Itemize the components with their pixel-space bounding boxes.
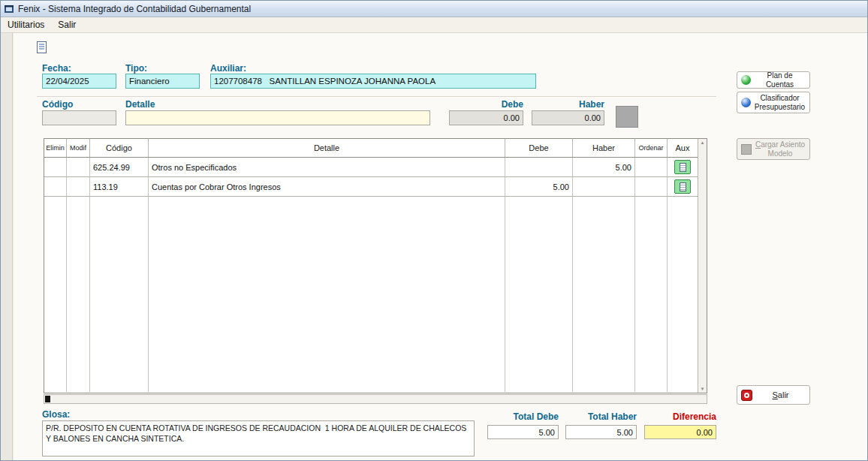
table-row[interactable] — [44, 255, 698, 275]
document-icon — [680, 182, 686, 191]
total-haber-label: Total Haber — [565, 411, 637, 422]
menu-salir[interactable]: Salir — [51, 17, 83, 32]
cell-elimin[interactable] — [44, 158, 67, 176]
cell-elimin[interactable] — [44, 216, 67, 236]
cell-modif[interactable] — [67, 333, 90, 353]
table-row[interactable] — [44, 294, 698, 314]
cell-elimin[interactable] — [44, 353, 67, 372]
table-row[interactable] — [44, 216, 698, 236]
codigo-entry-input[interactable] — [42, 110, 116, 125]
cell-codigo — [90, 294, 149, 314]
cell-modif[interactable] — [67, 255, 90, 275]
aux-button[interactable] — [674, 179, 691, 194]
total-debe-label: Total Debe — [487, 411, 559, 422]
cell-modif[interactable] — [67, 314, 90, 333]
horizontal-scroll-thumb[interactable] — [45, 396, 50, 402]
cell-elimin[interactable] — [44, 314, 67, 333]
cell-elimin[interactable] — [44, 333, 67, 353]
cell-modif[interactable] — [67, 197, 90, 216]
cell-debe — [505, 236, 573, 255]
entries-table: Elimin Modif Código Detalle Debe Haber O… — [44, 138, 707, 393]
cell-modif[interactable] — [67, 353, 90, 372]
table-row[interactable] — [44, 314, 698, 333]
cell-ordenar — [635, 177, 668, 196]
cell-haber — [573, 197, 635, 216]
table-row[interactable] — [44, 197, 698, 216]
cell-aux — [668, 236, 698, 255]
cell-debe — [505, 255, 573, 275]
plan-de-cuentas-label: Plan de Cuentas — [754, 71, 806, 89]
cell-detalle — [149, 255, 505, 275]
cell-detalle — [149, 275, 505, 294]
cell-elimin[interactable] — [44, 294, 67, 314]
clasificador-presupuestario-button[interactable]: Clasificador Presupuestario — [737, 92, 810, 113]
cell-debe — [505, 158, 573, 176]
cell-modif[interactable] — [67, 372, 90, 392]
cell-aux — [668, 255, 698, 275]
haber-entry-field: 0.00 — [532, 110, 604, 125]
table-row[interactable] — [44, 372, 698, 392]
cell-detalle — [149, 314, 505, 333]
detalle-entry-input[interactable] — [125, 110, 430, 125]
glosa-textarea[interactable]: P/R. DEPOSITO EN CUENTA ROTATIVA DE INGR… — [42, 420, 475, 456]
salir-button[interactable]: Salir — [737, 385, 810, 405]
table-row[interactable] — [44, 275, 698, 294]
diferencia-field: 0.00 — [644, 425, 716, 439]
title-bar: Fenix - Sistema Integrado de Contabilida… — [1, 1, 867, 17]
cell-haber — [573, 353, 635, 372]
cell-elimin[interactable] — [44, 177, 67, 196]
plan-de-cuentas-button[interactable]: Plan de Cuentas — [737, 71, 810, 89]
cell-elimin[interactable] — [44, 255, 67, 275]
tipo-input[interactable] — [125, 74, 200, 89]
auxiliar-input[interactable] — [210, 74, 536, 89]
cell-aux — [668, 314, 698, 333]
cargar-asiento-label: Cargar Asiento Modelo — [755, 140, 806, 158]
cell-elimin[interactable] — [44, 197, 67, 216]
menu-utilitarios[interactable]: Utilitarios — [1, 17, 51, 32]
header-debe: Debe — [505, 139, 573, 157]
cell-modif[interactable] — [67, 294, 90, 314]
document-icon — [680, 163, 686, 172]
cell-modif[interactable] — [67, 236, 90, 255]
scroll-down-icon[interactable]: ▼ — [701, 385, 705, 393]
add-entry-button[interactable] — [616, 106, 638, 128]
total-debe-field: 5.00 — [487, 425, 559, 439]
gray-square-icon — [741, 144, 752, 155]
vertical-scrollbar[interactable]: ▲ ▼ — [698, 139, 707, 393]
new-entry-toolbar-button[interactable] — [34, 39, 50, 56]
cell-elimin[interactable] — [44, 372, 67, 392]
table-row[interactable] — [44, 236, 698, 255]
cell-debe — [505, 333, 573, 353]
cell-ordenar — [635, 275, 668, 294]
debe-entry-label: Debe — [449, 99, 523, 110]
cell-detalle — [149, 372, 505, 392]
cell-aux — [668, 275, 698, 294]
table-row[interactable]: 113.19 Cuentas por Cobrar Otros Ingresos… — [44, 177, 698, 197]
cell-haber — [573, 275, 635, 294]
table-row[interactable]: 625.24.99 Otros no Especificados 5.00 — [44, 158, 698, 177]
table-row[interactable] — [44, 353, 698, 372]
cargar-asiento-modelo-button[interactable]: Cargar Asiento Modelo — [737, 138, 810, 160]
fecha-input[interactable] — [42, 74, 116, 89]
table-row[interactable] — [44, 333, 698, 353]
diferencia-label: Diferencia — [644, 411, 716, 422]
cell-elimin[interactable] — [44, 275, 67, 294]
cell-ordenar — [635, 314, 668, 333]
scroll-up-icon[interactable]: ▲ — [701, 139, 705, 146]
cell-ordenar — [635, 333, 668, 353]
horizontal-scrollbar[interactable] — [44, 394, 707, 404]
cell-debe — [505, 275, 573, 294]
cell-modif[interactable] — [67, 177, 90, 196]
cell-modif[interactable] — [67, 216, 90, 236]
cell-detalle: Cuentas por Cobrar Otros Ingresos — [149, 177, 505, 196]
cell-detalle: Otros no Especificados — [149, 158, 505, 176]
cell-haber: 5.00 — [573, 158, 635, 176]
cell-aux — [668, 158, 698, 176]
cell-modif[interactable] — [67, 275, 90, 294]
detalle-entry-label: Detalle — [125, 99, 155, 110]
aux-button[interactable] — [674, 160, 691, 174]
cell-haber — [573, 177, 635, 196]
cell-debe — [505, 197, 573, 216]
cell-modif[interactable] — [67, 158, 90, 176]
cell-elimin[interactable] — [44, 236, 67, 255]
